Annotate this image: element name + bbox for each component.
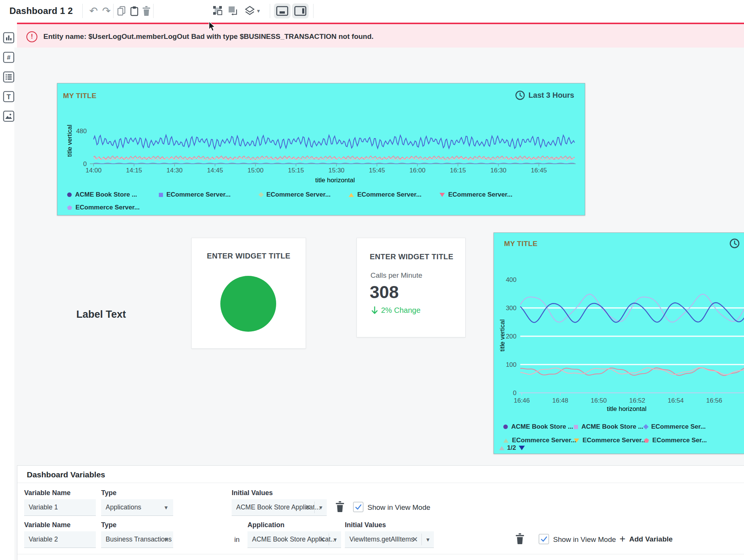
widget-title: MY TITLE	[504, 240, 538, 248]
chart-legend: ACME Book Store ...ACME Book Store ...EC…	[503, 422, 744, 449]
svg-text:16:30: 16:30	[490, 167, 507, 174]
toolbar-divider	[313, 4, 314, 18]
redo-button[interactable]: ↷	[99, 3, 114, 19]
legend-item: ACME Book Store ...	[574, 423, 643, 431]
svg-text:title horizontal: title horizontal	[315, 177, 355, 184]
show-in-view-mode-checkbox[interactable]	[353, 502, 363, 512]
label-widget[interactable]: Label Text	[63, 309, 139, 320]
clock-icon	[515, 90, 525, 100]
chevron-down-icon[interactable]: ▼	[425, 537, 430, 543]
type-select[interactable]: Business Transactions ▼	[101, 531, 173, 548]
sidebar-item-metric-widget[interactable]: #	[3, 52, 14, 63]
chevron-down-icon: ▼	[163, 505, 169, 511]
variable-name-label: Variable Name	[24, 489, 71, 497]
svg-text:title vertical: title vertical	[66, 125, 73, 157]
toolbar-divider	[270, 4, 270, 18]
metric-widget[interactable]: ENTER WIDGET TITLE Calls per Minute 308 …	[357, 238, 466, 337]
trash-icon	[335, 501, 344, 512]
clear-icon[interactable]: ✕	[319, 535, 325, 544]
page-down-icon[interactable]	[519, 446, 525, 450]
type-select[interactable]: Applications ▼	[101, 499, 173, 516]
clear-icon[interactable]: ✕	[412, 535, 418, 544]
clear-icon[interactable]: ✕	[305, 503, 311, 512]
svg-text:16:00: 16:00	[409, 167, 426, 174]
sidebar-item-image-widget[interactable]	[3, 111, 14, 122]
time-range[interactable]	[729, 238, 740, 249]
svg-text:400: 400	[506, 276, 516, 283]
change-label: 2% Change	[381, 306, 421, 315]
circle-marker-icon	[503, 425, 508, 429]
circle-widget[interactable]: ENTER WIDGET TITLE	[191, 238, 306, 349]
application-combo[interactable]: ACME Book Store Applicat... ✕ ▼	[247, 531, 341, 548]
variable-name-input[interactable]: Variable 1	[24, 499, 96, 516]
show-in-view-mode-checkbox[interactable]	[539, 534, 549, 544]
initial-values-label: Initial Values	[232, 489, 273, 497]
legend-item: ECommerce Server...	[574, 437, 647, 444]
legend-label: ACME Book Store ...	[75, 191, 137, 198]
delete-variable-button[interactable]	[515, 533, 524, 546]
divider	[329, 534, 329, 545]
sidebar-item-text-widget[interactable]: T	[3, 91, 14, 102]
delete-button[interactable]	[139, 3, 154, 19]
chart-legend: ACME Book Store ...ECommerce Server...EC…	[67, 191, 581, 214]
variable-name-input[interactable]: Variable 2	[24, 531, 96, 548]
bottom-panel-toggle[interactable]	[274, 3, 291, 18]
legend-label: ECommerce Server...	[75, 204, 140, 211]
bar-chart-widget-icon	[3, 32, 14, 43]
chevron-down-icon[interactable]: ▼	[318, 505, 323, 511]
right-panel-toggle[interactable]	[292, 3, 309, 18]
widget-title: ENTER WIDGET TITLE	[370, 252, 453, 261]
error-icon: !	[26, 31, 37, 42]
clock-icon	[729, 238, 740, 249]
svg-text:14:00: 14:00	[86, 167, 102, 174]
group-button[interactable]	[211, 3, 226, 19]
page-up-icon[interactable]	[499, 446, 504, 450]
panel-heading: Dashboard Variables	[27, 470, 105, 479]
legend-label: ECommerce Server...	[166, 191, 231, 198]
dashboard-title: Dashboard 1 2	[9, 6, 73, 16]
timeseries-widget-1[interactable]: MY TITLE Last 3 Hours 14:0014:1514:3014:…	[57, 83, 585, 215]
svg-text:100: 100	[506, 361, 516, 368]
trash-icon	[515, 533, 524, 544]
ungroup-button[interactable]	[226, 3, 241, 19]
ungroup-icon	[228, 6, 238, 16]
legend-item: ECommerce Server...	[159, 191, 231, 198]
toolbar-divider	[113, 4, 114, 18]
list-widget-icon	[3, 71, 14, 83]
chevron-down-icon[interactable]: ▼	[332, 537, 338, 543]
svg-text:480: 480	[76, 128, 87, 135]
svg-text:14:45: 14:45	[207, 167, 223, 174]
application-label: Application	[247, 521, 284, 529]
text-widget-icon: T	[3, 91, 14, 102]
svg-text:14:15: 14:15	[126, 167, 142, 174]
legend-label: ECommerce Server...	[266, 191, 330, 198]
initial-values-combo[interactable]: ViewItems.getAllItems ✕ ▼	[345, 531, 434, 548]
svg-text:0: 0	[513, 389, 516, 397]
paste-icon	[130, 6, 138, 16]
svg-text:16:48: 16:48	[552, 397, 569, 404]
legend-label: ECommerce Server...	[357, 191, 421, 198]
svg-text:title horizontal: title horizontal	[607, 405, 647, 412]
initial-values-label: Initial Values	[345, 521, 386, 529]
svg-text:16:52: 16:52	[629, 397, 646, 404]
svg-text:15:15: 15:15	[288, 167, 304, 174]
svg-text:T: T	[7, 93, 11, 101]
sidebar-item-chart-widget[interactable]	[3, 32, 14, 43]
svg-text:16:56: 16:56	[706, 397, 722, 404]
timeseries-widget-2[interactable]: MY TITLE 16:4616:4816:5016:5216:5416:564…	[493, 232, 744, 454]
add-variable-button[interactable]: + Add Variable	[619, 534, 673, 544]
svg-text:14:30: 14:30	[166, 167, 183, 174]
legend-item: ACME Book Store ...	[503, 423, 573, 431]
legend-label: ECommerce Ser...	[652, 437, 707, 444]
layers-menu-button[interactable]: ▾	[254, 3, 263, 19]
time-range[interactable]: Last 3 Hours	[515, 90, 574, 100]
delete-variable-button[interactable]	[335, 501, 344, 514]
toolbar: Dashboard 1 2 ↶ ↷	[0, 0, 744, 23]
triangle-down-marker-icon	[440, 193, 445, 197]
sidebar-item-list-widget[interactable]	[3, 71, 14, 83]
arrow-down-icon	[371, 306, 378, 315]
svg-text:0: 0	[83, 160, 87, 168]
svg-text:#: #	[7, 54, 11, 61]
metric-value: 308	[370, 282, 399, 302]
initial-values-combo[interactable]: ACME Book Store Applicat... ✕ ▼	[232, 499, 327, 516]
